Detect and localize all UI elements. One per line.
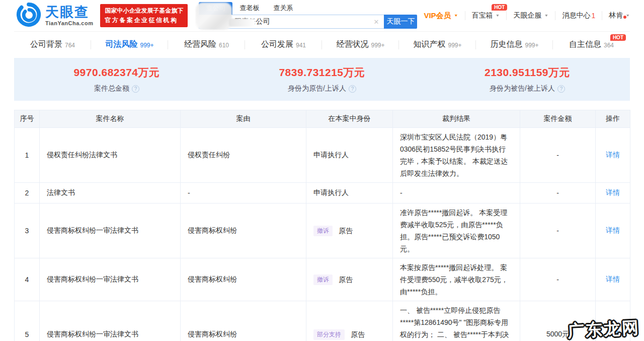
- menu-item[interactable]: 消息中心 1: [555, 11, 602, 20]
- tab-count: 364: [604, 42, 614, 49]
- tab-count: 764: [65, 42, 75, 49]
- section-tab[interactable]: 知识产权 999+: [399, 32, 476, 57]
- case-cause: 侵害商标权纠纷: [181, 258, 306, 301]
- stat-value: 7839.731215万元: [279, 65, 365, 80]
- column-header: 操作: [596, 110, 630, 128]
- detail-link[interactable]: 详情: [606, 151, 620, 159]
- menu-item-label: 天眼企服: [513, 11, 541, 20]
- case-amount: -: [520, 183, 596, 203]
- menu-item[interactable]: HOT 百宝箱 ▼: [465, 11, 507, 20]
- menu-item-label: 林肯: [609, 11, 623, 20]
- help-icon[interactable]: ?: [132, 85, 139, 93]
- case-result-text: -: [400, 189, 403, 197]
- cases-table: 序号案件名称案由在本案中身份裁判结果案件金额操作 1 侵权责任纠纷法律文书 侵权…: [14, 110, 630, 341]
- tab-label: 历史信息: [490, 39, 522, 50]
- case-amount: -: [520, 128, 596, 183]
- case-cause: -: [181, 183, 306, 203]
- brand-domain: TianYanCha.com: [45, 20, 93, 26]
- search-tab-label: 查关系: [273, 4, 293, 12]
- watermark: 广东龙网: [567, 316, 640, 341]
- table-row: 1 侵权责任纠纷法律文书 侵权责任纠纷 申请执行人 深圳市宝安区人民法院（201…: [15, 128, 630, 183]
- summary-stat: 2130.951159万元 身份为被告/被上诉人 ?: [425, 58, 630, 101]
- column-header: 在本案中身份: [306, 110, 393, 128]
- section-tab[interactable]: 经营风险 610: [168, 32, 245, 57]
- table-row: 5 侵害商标权纠纷一审法律文书 侵害商标权纠纷 部分支持原告 一、 被告****…: [15, 301, 630, 341]
- detail-link[interactable]: 详情: [606, 188, 620, 196]
- column-header: 裁判结果: [393, 110, 520, 128]
- clear-icon[interactable]: ✕: [369, 18, 384, 26]
- summary-stat: 7839.731215万元 身份为原告/上诉人 ?: [219, 58, 425, 101]
- section-tab[interactable]: 经营状况 999+: [322, 32, 399, 57]
- gov-badge-line2: 官方备案企业征信机构: [105, 16, 183, 25]
- stat-label: 案件总金额: [94, 84, 129, 93]
- case-role: 申请执行人: [313, 188, 349, 196]
- menu-item-label: VIP会员: [424, 11, 451, 21]
- summary-panel: 9970.682374万元 案件总金额 ? 7839.731215万元 身份为原…: [14, 58, 630, 101]
- menu-count: 1: [591, 12, 595, 20]
- case-result-text: 深圳市宝安区人民法院（2019）粤0306民初15852号民事判决书执行完毕，本…: [400, 133, 508, 177]
- table-body: 1 侵权责任纠纷法律文书 侵权责任纠纷 申请执行人 深圳市宝安区人民法院（201…: [15, 128, 630, 341]
- menu-item[interactable]: VIP会员 ▼: [417, 11, 464, 21]
- detail-link[interactable]: 详情: [606, 275, 620, 283]
- search-scope-tab[interactable]: 查关系: [266, 2, 300, 15]
- hot-badge: HOT: [610, 34, 626, 41]
- menu-item-label: 百宝箱: [472, 11, 493, 20]
- tab-count: 999+: [140, 42, 153, 49]
- table-row: 4 侵害商标权纠纷一审法律文书 侵害商标权纠纷 撤诉原告 本案按原告*****撤…: [15, 258, 630, 301]
- table-row: 2 法律文书 - 申请执行人 - - 详情: [15, 183, 630, 203]
- tianyancha-logo[interactable]: 天眼查 TianYanCha.com: [16, 2, 93, 29]
- stat-value: 9970.682374万元: [73, 65, 159, 80]
- table-header-row: 序号案件名称案由在本案中身份裁判结果案件金额操作: [15, 110, 630, 128]
- section-tab[interactable]: 自主信息 364 HOT: [553, 32, 630, 57]
- detail-link[interactable]: 详情: [606, 226, 620, 234]
- menu-item[interactable]: 林肯 ▼: [602, 11, 636, 20]
- case-name: 侵害商标权纠纷一审法律文书: [40, 258, 181, 301]
- section-tab[interactable]: 公司发展 941: [245, 32, 322, 57]
- tianyancha-swirl-icon: [16, 2, 41, 29]
- tab-count: 999+: [448, 42, 461, 49]
- tab-count: 610: [219, 42, 229, 49]
- section-tab[interactable]: 司法风险 999+: [91, 32, 168, 57]
- column-header: 案件名称: [40, 110, 181, 128]
- case-name: 侵害商标权纠纷一审法律文书: [40, 301, 181, 341]
- section-tab[interactable]: 历史信息 999+: [476, 32, 553, 57]
- case-no: 4: [15, 258, 40, 301]
- case-role: 原告: [339, 227, 353, 235]
- table-row: 3 侵害商标权纠纷一审法律文书 侵害商标权纠纷 撤诉原告 准许原告*****撤回…: [15, 203, 630, 258]
- stat-value: 2130.951159万元: [485, 65, 570, 80]
- section-tab[interactable]: 公司背景 764: [14, 32, 91, 57]
- column-header: 案由: [181, 110, 306, 128]
- tab-label: 经营状况: [336, 39, 368, 50]
- tab-count: 999+: [371, 42, 384, 49]
- menu-item[interactable]: 天眼企服 ▼: [506, 11, 555, 20]
- help-icon[interactable]: ?: [349, 85, 356, 93]
- tab-label: 公司背景: [30, 39, 62, 50]
- section-tabs: 公司背景 764 司法风险 999+ 经营风险 610 公司发展 941 经营状…: [14, 31, 630, 57]
- chevron-down-icon: ▼: [625, 14, 630, 18]
- chevron-down-icon: ▼: [454, 14, 458, 18]
- menu-item-label: 消息中心: [562, 11, 590, 20]
- tab-label: 经营风险: [184, 39, 216, 50]
- help-icon[interactable]: ?: [557, 85, 565, 93]
- case-no: 1: [15, 128, 40, 183]
- search-scope-tab[interactable]: 查老板: [232, 2, 266, 15]
- blurred-text-overlay: [196, 3, 232, 30]
- case-role: 原告: [339, 276, 353, 284]
- stat-label: 身份为原告/上诉人: [288, 84, 346, 93]
- case-name: 法律文书: [40, 183, 181, 203]
- tab-label: 公司发展: [261, 39, 293, 50]
- case-name: 侵权责任纠纷法律文书: [40, 128, 181, 183]
- gov-badge-line1: 国家中小企业发展子基金旗下: [105, 6, 183, 16]
- case-result-text: 准许原告*****撤回起诉。 本案受理费减半收取525元，由原告*****负担。…: [400, 209, 507, 253]
- search-button[interactable]: 天眼一下: [384, 15, 417, 29]
- summary-stat: 9970.682374万元 案件总金额 ?: [14, 58, 219, 101]
- tab-count: 941: [296, 42, 306, 49]
- search-area: 查公司 查老板 查关系 ✕ 天眼一下: [199, 3, 417, 29]
- stat-label: 身份为被告/被上诉人: [490, 84, 555, 93]
- case-no: 2: [15, 183, 40, 203]
- tab-label: 司法风险: [105, 39, 137, 50]
- brand-name: 天眼查: [45, 6, 93, 19]
- tab-label: 知识产权: [413, 39, 445, 50]
- hot-badge: HOT: [492, 4, 507, 11]
- blurred-text-overlay-small: [229, 19, 255, 27]
